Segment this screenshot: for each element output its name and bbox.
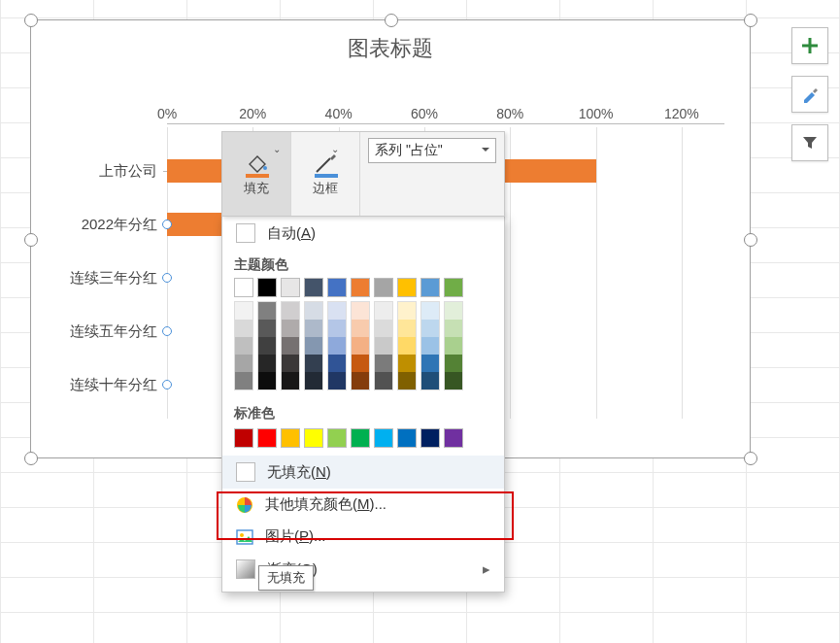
color-swatch[interactable] — [304, 278, 323, 297]
x-tick-label: 0% — [157, 106, 177, 121]
color-swatch[interactable] — [327, 301, 347, 320]
resize-handle[interactable] — [385, 14, 398, 27]
color-swatch[interactable] — [397, 428, 417, 448]
color-swatch[interactable] — [234, 301, 253, 320]
color-swatch[interactable] — [257, 337, 277, 355]
data-point-marker[interactable] — [162, 326, 172, 336]
color-swatch[interactable] — [351, 372, 370, 390]
color-swatch[interactable] — [281, 428, 300, 448]
color-swatch[interactable] — [420, 320, 440, 337]
chart-title[interactable]: 图表标题 — [31, 20, 750, 71]
color-swatch[interactable] — [234, 355, 253, 372]
color-swatch[interactable] — [327, 428, 347, 448]
color-swatch[interactable] — [397, 372, 417, 390]
data-point-marker[interactable] — [162, 220, 172, 229]
color-swatch[interactable] — [444, 428, 463, 448]
color-swatch[interactable] — [444, 301, 463, 320]
color-swatch[interactable] — [304, 320, 323, 337]
color-swatch[interactable] — [374, 355, 393, 372]
color-swatch[interactable] — [397, 278, 417, 297]
color-swatch[interactable] — [304, 337, 323, 355]
color-swatch[interactable] — [257, 278, 277, 297]
color-swatch[interactable] — [374, 337, 393, 355]
x-axis[interactable]: 0%20%40%60%80%100%120% — [167, 106, 724, 124]
color-swatch[interactable] — [281, 301, 300, 320]
color-swatch[interactable] — [351, 337, 370, 355]
fill-none-item[interactable]: 无填充(N) — [222, 456, 504, 489]
color-swatch[interactable] — [351, 428, 370, 448]
color-swatch[interactable] — [327, 337, 347, 355]
color-swatch[interactable] — [257, 301, 277, 320]
color-swatch[interactable] — [397, 337, 417, 355]
resize-handle[interactable] — [24, 452, 38, 465]
resize-handle[interactable] — [24, 233, 38, 247]
color-swatch[interactable] — [234, 320, 253, 337]
resize-handle[interactable] — [24, 14, 38, 27]
fill-more-colors-item[interactable]: 其他填充颜色(M)... — [222, 489, 504, 521]
fill-auto-item[interactable]: 自动(A) — [222, 217, 504, 250]
data-point-marker[interactable] — [162, 273, 172, 283]
color-swatch[interactable] — [374, 372, 393, 390]
color-swatch[interactable] — [374, 320, 393, 337]
color-swatch[interactable] — [257, 320, 277, 337]
x-tick-label: 120% — [664, 106, 699, 121]
color-swatch[interactable] — [374, 301, 393, 320]
color-swatch[interactable] — [281, 372, 300, 390]
color-swatch[interactable] — [281, 355, 300, 372]
gridline — [596, 127, 597, 419]
color-swatch[interactable] — [257, 372, 277, 390]
border-label: 边框 — [313, 180, 338, 197]
chart-elements-button[interactable] — [791, 27, 828, 64]
color-swatch[interactable] — [304, 301, 323, 320]
fill-picture-item[interactable]: 图片(P)... — [222, 521, 504, 553]
x-tick-label: 60% — [411, 106, 438, 121]
color-swatch[interactable] — [374, 428, 393, 448]
series-selector[interactable]: 系列 "占位" — [368, 138, 496, 163]
color-swatch[interactable] — [420, 337, 440, 355]
color-swatch[interactable] — [327, 278, 347, 297]
resize-handle[interactable] — [744, 233, 757, 247]
color-swatch[interactable] — [327, 320, 347, 337]
color-swatch[interactable] — [304, 372, 323, 390]
color-swatch[interactable] — [397, 355, 417, 372]
color-swatch[interactable] — [234, 428, 253, 448]
color-swatch[interactable] — [420, 278, 440, 297]
chart-styles-button[interactable] — [791, 76, 828, 113]
border-dropdown-button[interactable]: ⌄ 边框 — [291, 132, 360, 216]
color-swatch[interactable] — [304, 355, 323, 372]
color-swatch[interactable] — [234, 278, 253, 297]
color-swatch[interactable] — [444, 355, 463, 372]
color-swatch[interactable] — [281, 278, 300, 297]
color-swatch[interactable] — [444, 320, 463, 337]
color-swatch[interactable] — [327, 355, 347, 372]
color-swatch[interactable] — [327, 372, 347, 390]
color-swatch[interactable] — [444, 278, 463, 297]
color-swatch[interactable] — [351, 355, 370, 372]
color-swatch[interactable] — [397, 301, 417, 320]
color-swatch[interactable] — [281, 320, 300, 337]
color-swatch[interactable] — [257, 355, 277, 372]
color-swatch[interactable] — [234, 337, 253, 355]
color-swatch[interactable] — [420, 355, 440, 372]
color-swatch[interactable] — [304, 428, 323, 448]
resize-handle[interactable] — [744, 452, 757, 465]
chart-filters-button[interactable] — [791, 124, 828, 161]
color-swatch[interactable] — [374, 278, 393, 297]
x-tick-label: 100% — [579, 106, 614, 121]
color-swatch[interactable] — [444, 337, 463, 355]
fill-dropdown-button[interactable]: ⌄ 填充 — [222, 132, 291, 216]
resize-handle[interactable] — [744, 14, 757, 27]
color-swatch[interactable] — [257, 428, 277, 448]
color-swatch[interactable] — [444, 372, 463, 390]
color-swatch[interactable] — [420, 301, 440, 320]
data-point-marker[interactable] — [162, 380, 172, 389]
color-swatch[interactable] — [351, 301, 370, 320]
color-swatch[interactable] — [351, 320, 370, 337]
color-swatch[interactable] — [420, 372, 440, 390]
color-swatch[interactable] — [420, 428, 440, 448]
y-tick-label: 连续十年分红 — [31, 376, 157, 394]
color-swatch[interactable] — [281, 337, 300, 355]
color-swatch[interactable] — [397, 320, 417, 337]
color-swatch[interactable] — [351, 278, 370, 297]
color-swatch[interactable] — [234, 372, 253, 390]
